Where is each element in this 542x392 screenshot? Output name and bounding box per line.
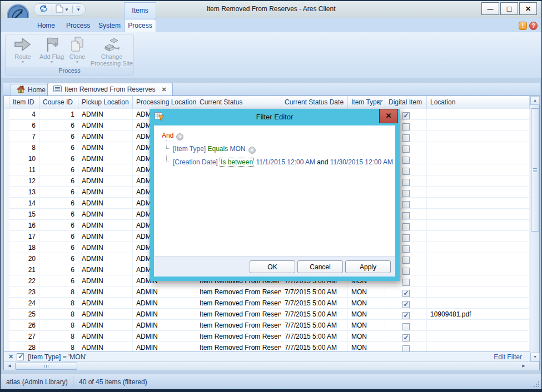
condition-operator[interactable]: Is between <box>220 158 254 167</box>
digital-item-checkbox[interactable] <box>402 301 410 308</box>
digital-item-checkbox[interactable] <box>402 312 410 319</box>
horizontal-scrollbar-thumb[interactable] <box>15 363 77 370</box>
digital-item-checkbox[interactable] <box>402 257 410 264</box>
cell-course-id: 6 <box>39 131 78 142</box>
vertical-scrollbar[interactable] <box>530 96 539 361</box>
horizontal-scrollbar[interactable] <box>4 361 539 370</box>
cell-current-status-date: 7/7/2015 5:00 AM <box>281 320 348 331</box>
grid-row[interactable]: 278ADMINADMINItem Removed From Reserves7… <box>4 331 530 342</box>
digital-item-checkbox[interactable] <box>402 201 410 208</box>
clone-button[interactable]: Clone ▼ <box>66 36 89 68</box>
column-header-processing-location[interactable]: Processing Location <box>133 96 196 109</box>
cell-course-id: 8 <box>39 342 78 351</box>
column-header-current-status[interactable]: Current Status <box>196 96 281 109</box>
feedback-icon[interactable]: ! <box>519 22 527 30</box>
root-operator-row: And+ <box>162 132 387 140</box>
cell-processing-location: ADMIN <box>133 320 196 331</box>
column-header-item-type[interactable]: Item Type <box>348 96 385 109</box>
cell-pickup-location: ADMIN <box>78 298 133 309</box>
resize-grip[interactable] <box>533 380 539 387</box>
condition-field[interactable]: [Creation Date] <box>173 158 218 166</box>
digital-item-checkbox[interactable] <box>402 145 410 153</box>
cell-location <box>427 131 530 142</box>
filter-enabled-checkbox[interactable] <box>17 353 24 360</box>
scroll-down-icon[interactable] <box>530 353 540 361</box>
minimize-button[interactable] <box>481 2 499 15</box>
digital-item-checkbox[interactable] <box>402 245 410 253</box>
help-icon[interactable]: ? <box>529 22 538 30</box>
digital-item-checkbox[interactable] <box>402 168 410 175</box>
grid-row[interactable]: 258ADMINADMINItem Removed From Reserves7… <box>4 309 530 320</box>
cell-item-id: 23 <box>9 287 39 298</box>
apply-button[interactable]: Apply <box>345 260 391 273</box>
new-item-icon[interactable] <box>56 4 63 14</box>
digital-item-checkbox[interactable] <box>402 223 410 230</box>
scroll-up-icon[interactable] <box>530 96 540 105</box>
close-button[interactable] <box>519 2 537 15</box>
remove-condition-icon[interactable]: × <box>248 147 256 154</box>
grid-row[interactable]: 268ADMINADMINItem Removed From Reserves7… <box>4 320 530 331</box>
digital-item-checkbox[interactable] <box>402 134 410 142</box>
dialog-close-button[interactable] <box>379 109 398 123</box>
filter-funnel-icon[interactable] <box>377 99 383 107</box>
column-header-location[interactable]: Location <box>427 96 530 109</box>
digital-item-checkbox[interactable] <box>402 268 410 275</box>
tab-home[interactable]: Home <box>11 84 52 96</box>
ribbon-tab-home[interactable]: Home <box>29 19 63 32</box>
column-header-current-status-date[interactable]: Current Status Date <box>281 96 348 109</box>
tab-close-icon[interactable]: ✕ <box>161 86 166 93</box>
condition-field[interactable]: [Item Type] <box>173 145 206 153</box>
digital-item-checkbox[interactable] <box>402 234 410 242</box>
maximize-button[interactable] <box>500 2 518 15</box>
ok-button[interactable]: OK <box>250 260 295 273</box>
row-indicator <box>4 175 9 187</box>
column-header-item-id[interactable]: Item ID <box>9 96 39 109</box>
digital-item-checkbox[interactable] <box>402 112 410 119</box>
digital-item-checkbox[interactable] <box>402 334 410 341</box>
digital-item-checkbox[interactable] <box>402 279 410 286</box>
tab-item-removed-from-reserves[interactable]: Item Removed From Reserves ✕ <box>47 83 173 96</box>
digital-item-checkbox[interactable] <box>402 345 410 351</box>
new-item-dropdown-icon[interactable]: ▼ <box>64 7 69 12</box>
ribbon-tab-items-process-active[interactable]: Process <box>124 19 156 32</box>
digital-item-checkbox[interactable] <box>402 157 410 164</box>
digital-item-checkbox[interactable] <box>402 212 410 219</box>
digital-item-checkbox[interactable] <box>402 190 410 197</box>
document-tab-bar: Home Item Removed From Reserves ✕ <box>3 83 540 96</box>
cell-pickup-location: ADMIN <box>78 175 133 187</box>
column-header-digital-item[interactable]: Digital Item <box>385 96 427 109</box>
filter-bar: [Item Type] = 'MON' Edit Filter <box>4 351 530 361</box>
cell-item-id: 28 <box>9 342 39 351</box>
digital-item-checkbox[interactable] <box>402 123 410 130</box>
condition-value-end[interactable]: 11/30/2015 12:00 AM <box>330 158 393 166</box>
add-flag-button[interactable]: Add Flag ▼ <box>38 36 66 68</box>
route-button[interactable]: Route ▼ <box>9 36 37 68</box>
grid-row[interactable]: 248ADMINADMINItem Removed From Reserves7… <box>4 298 530 309</box>
condition-item-type: [Item Type] Equals MON× <box>173 145 387 154</box>
ribbon-tab-system[interactable]: System <box>91 19 128 32</box>
dialog-titlebar[interactable]: Filter Editor <box>150 109 400 125</box>
clone-pages-icon <box>66 36 89 53</box>
condition-operator[interactable]: Equals <box>207 145 228 153</box>
cell-pickup-location: ADMIN <box>78 275 133 287</box>
vertical-scrollbar-thumb[interactable] <box>531 108 539 232</box>
condition-value-start[interactable]: 11/1/2015 12:00 AM <box>256 158 315 166</box>
change-processing-site-button[interactable]: Change Processing Site ▼ <box>90 36 133 68</box>
grid-row[interactable]: 288ADMINADMINItem Removed From Reserves7… <box>4 342 530 351</box>
scroll-left-icon[interactable] <box>5 362 14 370</box>
condition-value[interactable]: MON <box>230 145 246 153</box>
column-header-course-id[interactable]: Course ID <box>39 96 78 109</box>
digital-item-checkbox[interactable] <box>402 179 410 186</box>
customize-qat-icon[interactable]: ▼ <box>76 7 81 12</box>
root-operator[interactable]: And <box>162 132 173 139</box>
digital-item-checkbox[interactable] <box>402 290 410 297</box>
refresh-icon[interactable] <box>39 4 48 14</box>
clear-filter-icon[interactable] <box>8 353 13 360</box>
edit-filter-link[interactable]: Edit Filter <box>494 353 522 361</box>
scroll-right-icon[interactable] <box>519 362 528 370</box>
add-condition-icon[interactable]: + <box>176 133 183 140</box>
column-header-pickup-location[interactable]: Pickup Location <box>78 96 133 109</box>
digital-item-checkbox[interactable] <box>402 323 410 330</box>
grid-row[interactable]: 238ADMINADMINItem Removed From Reserves7… <box>4 287 530 298</box>
cancel-button[interactable]: Cancel <box>297 260 343 273</box>
